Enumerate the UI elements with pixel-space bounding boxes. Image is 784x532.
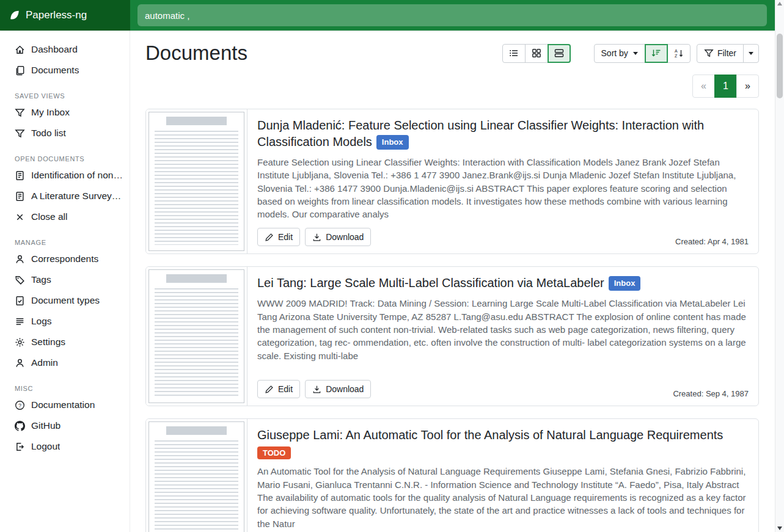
- sidebar-item-label: Documentation: [31, 399, 95, 410]
- sort-by-label: Sort by: [601, 48, 628, 58]
- document-title-link[interactable]: Giuseppe Lami: An Automatic Tool for the…: [257, 427, 749, 443]
- sidebar-item-correspondents[interactable]: Correspondents: [0, 249, 130, 269]
- download-label: Download: [326, 384, 364, 394]
- document-title: Dunja Mladenić: Feature Selection using …: [257, 118, 704, 148]
- pagination-prev-button[interactable]: «: [692, 75, 715, 98]
- chevron-down-icon: [749, 52, 753, 55]
- sidebar-item-dashboard[interactable]: Dashboard: [0, 39, 130, 60]
- sidebar: Dashboard Documents SAVED VIEWS My Inbox…: [0, 31, 130, 532]
- sidebar-item-admin[interactable]: Admin: [0, 352, 130, 373]
- sort-alpha-button[interactable]: AZ: [667, 44, 691, 63]
- sidebar-item-label: Document types: [31, 295, 100, 306]
- file-check-icon: [15, 296, 25, 306]
- main-content: Documents Sort by: [131, 31, 775, 532]
- sidebar-item-documentation[interactable]: ? Documentation: [0, 395, 130, 415]
- search-input[interactable]: [137, 4, 767, 26]
- edit-label: Edit: [278, 384, 293, 394]
- document-thumbnail[interactable]: [146, 419, 247, 532]
- sidebar-item-logout[interactable]: Logout: [0, 436, 130, 457]
- download-icon: [312, 233, 321, 242]
- document-card: Giuseppe Lami: An Automatic Tool for the…: [145, 418, 759, 532]
- document-thumbnail[interactable]: [146, 267, 247, 406]
- pagination: « 1 »: [145, 75, 759, 98]
- leaf-icon: [9, 10, 20, 21]
- pagination-page-1-button[interactable]: 1: [714, 75, 737, 98]
- funnel-icon: [704, 48, 714, 58]
- toolbar: Sort by AZ Filter: [502, 44, 759, 63]
- filter-group: Filter: [697, 44, 759, 63]
- person-icon: [15, 254, 25, 264]
- logs-icon: [15, 316, 25, 327]
- sidebar-item-open-doc-2[interactable]: A Literature Survey on …: [0, 186, 130, 206]
- app-logo[interactable]: Paperless-ng: [0, 0, 130, 31]
- sidebar-item-label: Todo list: [31, 128, 66, 139]
- logout-icon: [15, 442, 25, 452]
- sidebar-item-label: Dashboard: [31, 44, 78, 55]
- pagination-next-button[interactable]: »: [736, 75, 759, 98]
- document-card: Dunja Mladenić: Feature Selection using …: [145, 109, 759, 254]
- document-card-body: Dunja Mladenić: Feature Selection using …: [247, 109, 758, 253]
- sidebar-item-label: A Literature Survey on …: [31, 191, 123, 202]
- card-view-button[interactable]: [548, 44, 571, 63]
- document-title: Lei Tang: Large Scale Multi-Label Classi…: [257, 276, 604, 290]
- sidebar-item-document-types[interactable]: Document types: [0, 290, 130, 311]
- sort-by-dropdown[interactable]: Sort by: [594, 44, 645, 63]
- app-title: Paperless-ng: [26, 9, 87, 21]
- sidebar-item-label: Logs: [31, 316, 52, 327]
- sidebar-item-todo-list[interactable]: Todo list: [0, 123, 130, 144]
- download-button[interactable]: Download: [305, 380, 371, 398]
- tag-row: TODO: [257, 446, 749, 459]
- sidebar-item-label: Tags: [31, 274, 51, 285]
- tag-badge[interactable]: TODO: [257, 446, 291, 459]
- sidebar-item-label: Identification of non-fu…: [31, 170, 123, 181]
- svg-text:Z: Z: [675, 54, 678, 58]
- document-thumbnail[interactable]: [146, 109, 247, 253]
- document-card-body: Giuseppe Lami: An Automatic Tool for the…: [247, 419, 758, 532]
- section-saved-views: SAVED VIEWS: [0, 89, 130, 102]
- page-title: Documents: [145, 42, 247, 65]
- sidebar-item-github[interactable]: GitHub: [0, 415, 130, 436]
- sidebar-item-label: Documents: [31, 65, 79, 76]
- document-title-link[interactable]: Lei Tang: Large Scale Multi-Label Classi…: [257, 275, 749, 291]
- svg-text:A: A: [675, 49, 678, 53]
- tag-badge[interactable]: Inbox: [609, 276, 641, 291]
- sidebar-item-label: Admin: [31, 357, 58, 368]
- sort-direction-button[interactable]: [645, 44, 668, 63]
- sidebar-item-settings[interactable]: Settings: [0, 332, 130, 352]
- sidebar-item-close-all[interactable]: Close all: [0, 206, 130, 227]
- sidebar-item-logs[interactable]: Logs: [0, 311, 130, 332]
- file-icon: [15, 170, 25, 181]
- file-icon: [15, 191, 25, 202]
- scrollbar-down-arrow[interactable]: [777, 527, 782, 530]
- download-button[interactable]: Download: [305, 228, 371, 246]
- sidebar-item-open-doc-1[interactable]: Identification of non-fu…: [0, 165, 130, 186]
- scrollbar[interactable]: [775, 0, 784, 532]
- thumbnail-page-preview: [148, 421, 244, 532]
- filter-dropdown-toggle[interactable]: [743, 44, 759, 63]
- edit-button[interactable]: Edit: [257, 228, 300, 246]
- document-list: Dunja Mladenić: Feature Selection using …: [145, 109, 759, 532]
- sidebar-item-my-inbox[interactable]: My Inbox: [0, 102, 130, 123]
- filter-button[interactable]: Filter: [697, 44, 744, 63]
- document-title-link[interactable]: Dunja Mladenić: Feature Selection using …: [257, 117, 749, 150]
- section-manage: MANAGE: [0, 235, 130, 249]
- edit-label: Edit: [278, 232, 293, 242]
- card-footer: Edit Download Created: Apr 4, 1981: [257, 220, 749, 246]
- filter-label: Filter: [717, 48, 736, 58]
- person-icon: [15, 358, 25, 368]
- pencil-icon: [265, 385, 274, 394]
- sidebar-item-documents[interactable]: Documents: [0, 60, 130, 81]
- svg-text:?: ?: [18, 402, 21, 408]
- tag-badge[interactable]: Inbox: [376, 135, 409, 150]
- documents-icon: [15, 65, 25, 76]
- sidebar-item-tags[interactable]: Tags: [0, 269, 130, 290]
- chevron-down-icon: [633, 52, 638, 55]
- tag-icon: [15, 275, 25, 285]
- edit-button[interactable]: Edit: [257, 380, 300, 398]
- download-label: Download: [326, 232, 364, 242]
- grid-view-button[interactable]: [525, 44, 548, 63]
- scrollbar-thumb[interactable]: [777, 34, 783, 98]
- section-misc: MISC: [0, 381, 130, 395]
- scrollbar-up-arrow[interactable]: [777, 2, 782, 5]
- list-view-button[interactable]: [502, 44, 526, 63]
